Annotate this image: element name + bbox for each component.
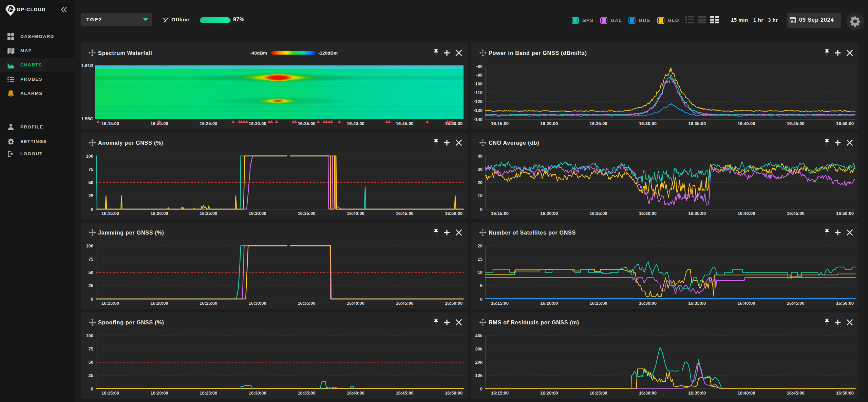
svg-text:16:25:00: 16:25:00 [590, 301, 607, 306]
svg-text:16:15:00: 16:15:00 [491, 390, 509, 396]
svg-text:16:30:00: 16:30:00 [249, 121, 266, 126]
svg-text:1.55G: 1.55G [81, 116, 93, 121]
svg-text:50: 50 [89, 270, 93, 275]
svg-text:16:25:00: 16:25:00 [590, 390, 607, 396]
svg-text:20: 20 [478, 180, 483, 185]
svg-text:16:15:00: 16:15:00 [491, 301, 509, 306]
svg-text:-130: -130 [474, 108, 483, 113]
svg-text:0: 0 [480, 386, 483, 391]
svg-text:16:30:00: 16:30:00 [249, 301, 266, 306]
svg-text:16:35:00: 16:35:00 [688, 390, 706, 396]
svg-text:1.61G: 1.61G [81, 63, 93, 68]
svg-text:25: 25 [89, 193, 93, 198]
svg-text:16:40:00: 16:40:00 [347, 390, 364, 396]
svg-text:-90: -90 [476, 73, 483, 78]
svg-text:40: 40 [478, 154, 483, 159]
svg-text:-120: -120 [474, 99, 483, 104]
svg-text:50: 50 [89, 360, 93, 365]
svg-text:16:35:00: 16:35:00 [298, 390, 315, 396]
svg-text:16:15:00: 16:15:00 [491, 121, 509, 126]
svg-text:Spectrum Waterfall: Spectrum Waterfall [98, 50, 152, 56]
svg-text:16:50:00: 16:50:00 [445, 211, 463, 216]
svg-text:CNO Average (db): CNO Average (db) [489, 140, 539, 146]
svg-text:Number of Satellites per GNSS: Number of Satellites per GNSS [489, 230, 576, 236]
svg-text:16:35:00: 16:35:00 [298, 121, 315, 126]
svg-text:RMS of Residuals per GNSS (m): RMS of Residuals per GNSS (m) [489, 320, 579, 325]
svg-text:100: 100 [86, 154, 93, 159]
svg-text:16:45:00: 16:45:00 [787, 121, 805, 126]
svg-text:16:35:00: 16:35:00 [298, 211, 315, 216]
svg-text:16:40:00: 16:40:00 [737, 301, 755, 306]
svg-text:25: 25 [89, 373, 93, 378]
svg-text:16:50:00: 16:50:00 [445, 390, 463, 396]
svg-text:30: 30 [478, 167, 483, 172]
svg-text:16:20:00: 16:20:00 [151, 390, 168, 396]
svg-text:40k: 40k [475, 333, 483, 338]
svg-text:0: 0 [91, 386, 93, 391]
svg-text:16:35:00: 16:35:00 [688, 121, 706, 126]
svg-text:16:30:00: 16:30:00 [249, 211, 266, 216]
svg-text:16:45:00: 16:45:00 [787, 211, 805, 216]
svg-text:16:40:00: 16:40:00 [737, 390, 755, 396]
svg-text:0: 0 [91, 297, 93, 302]
svg-text:16:20:00: 16:20:00 [540, 121, 558, 126]
svg-text:75: 75 [89, 346, 93, 351]
svg-text:16:20:00: 16:20:00 [540, 390, 558, 396]
svg-text:75: 75 [89, 167, 93, 172]
svg-text:0: 0 [480, 297, 483, 302]
svg-text:16:30:00: 16:30:00 [639, 121, 657, 126]
svg-text:16:20:00: 16:20:00 [540, 301, 558, 306]
svg-text:16:25:00: 16:25:00 [200, 301, 217, 306]
svg-text:-140: -140 [474, 117, 483, 122]
svg-text:16:20:00: 16:20:00 [540, 211, 558, 216]
svg-text:10k: 10k [475, 373, 483, 378]
svg-text:16:45:00: 16:45:00 [396, 211, 414, 216]
svg-text:16:35:00: 16:35:00 [688, 211, 706, 216]
svg-text:16:50:00: 16:50:00 [445, 301, 463, 306]
svg-text:16:25:00: 16:25:00 [200, 121, 217, 126]
svg-text:16:25:00: 16:25:00 [200, 211, 217, 216]
svg-text:16:30:00: 16:30:00 [639, 301, 657, 306]
svg-text:16:45:00: 16:45:00 [396, 301, 414, 306]
svg-text:Spoofing per GNSS (%): Spoofing per GNSS (%) [98, 320, 164, 325]
svg-text:16:25:00: 16:25:00 [590, 121, 607, 126]
svg-text:16:40:00: 16:40:00 [737, 121, 755, 126]
svg-text:16:45:00: 16:45:00 [396, 121, 414, 126]
svg-text:100: 100 [86, 243, 93, 248]
svg-text:16:25:00: 16:25:00 [590, 211, 607, 216]
svg-text:10: 10 [478, 270, 483, 275]
svg-text:20k: 20k [475, 360, 483, 365]
svg-text:16:25:00: 16:25:00 [200, 390, 217, 396]
svg-text:16:20:00: 16:20:00 [151, 301, 168, 306]
svg-text:16:15:00: 16:15:00 [101, 211, 119, 216]
svg-text:0: 0 [91, 207, 93, 212]
svg-text:16:30:00: 16:30:00 [249, 390, 266, 396]
svg-text:16:35:00: 16:35:00 [298, 301, 315, 306]
svg-text:16:30:00: 16:30:00 [639, 390, 657, 396]
svg-text:-80: -80 [476, 64, 483, 69]
svg-text:16:45:00: 16:45:00 [396, 390, 414, 396]
svg-text:16:20:00: 16:20:00 [151, 211, 168, 216]
svg-text:Power in Band per GNSS (dBm/Hz: Power in Band per GNSS (dBm/Hz) [489, 50, 587, 56]
svg-text:-120dBm: -120dBm [318, 51, 338, 56]
svg-text:16:40:00: 16:40:00 [347, 301, 364, 306]
svg-text:16:40:00: 16:40:00 [347, 211, 364, 216]
svg-text:16:30:00: 16:30:00 [639, 211, 657, 216]
svg-text:-110: -110 [474, 90, 483, 95]
svg-text:-100: -100 [474, 81, 483, 86]
svg-text:16:35:00: 16:35:00 [688, 301, 706, 306]
svg-text:20: 20 [478, 243, 483, 248]
svg-text:50: 50 [89, 180, 93, 185]
svg-text:16:15:00: 16:15:00 [101, 301, 119, 306]
svg-text:16:50:00: 16:50:00 [836, 121, 854, 126]
svg-text:16:15:00: 16:15:00 [101, 390, 119, 396]
svg-text:-40dBm: -40dBm [250, 51, 267, 56]
svg-text:Anomaly per GNSS (%): Anomaly per GNSS (%) [98, 140, 163, 146]
svg-text:16:45:00: 16:45:00 [787, 390, 805, 396]
svg-text:16:50:00: 16:50:00 [836, 390, 854, 396]
svg-text:5: 5 [480, 283, 483, 288]
svg-text:75: 75 [89, 257, 93, 262]
svg-text:16:40:00: 16:40:00 [737, 211, 755, 216]
svg-text:0: 0 [480, 207, 483, 212]
svg-text:15: 15 [478, 257, 483, 262]
